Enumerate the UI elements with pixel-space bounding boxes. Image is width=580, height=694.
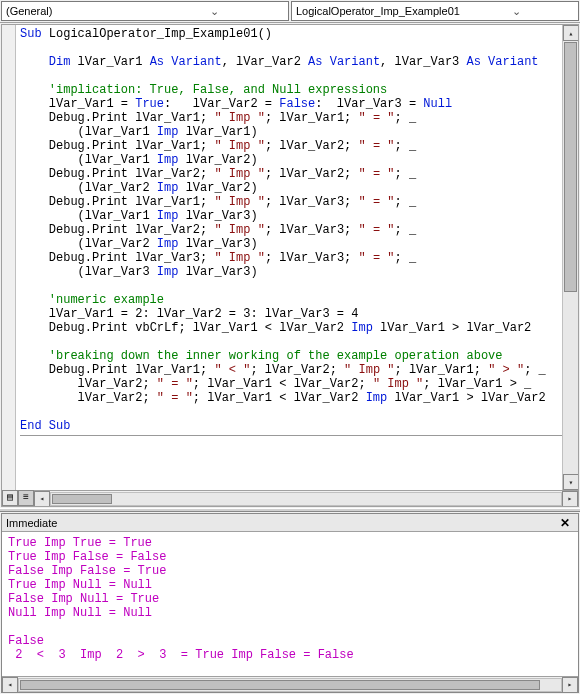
code-margin xyxy=(2,25,16,490)
hscroll-track[interactable] xyxy=(50,492,562,506)
immediate-header: Immediate ✕ xyxy=(2,514,578,532)
triangle-down-icon: ▾ xyxy=(569,478,574,487)
scroll-down-button[interactable]: ▾ xyxy=(563,474,578,490)
kw-end-sub: End Sub xyxy=(20,419,70,433)
hscroll-thumb[interactable] xyxy=(52,494,112,504)
scope-dropdown-bar: (General) ⌄ LogicalOperator_Imp_Example0… xyxy=(0,0,580,23)
immediate-output[interactable]: True Imp True = True True Imp False = Fa… xyxy=(2,532,578,676)
procedure-separator xyxy=(20,435,578,436)
scroll-left-button[interactable]: ◂ xyxy=(34,491,50,507)
scope-dropdown-right[interactable]: LogicalOperator_Imp_Example01 ⌄ xyxy=(291,1,579,21)
close-icon: ✕ xyxy=(560,516,576,530)
horizontal-scrollbar[interactable]: ◂ ▸ xyxy=(2,490,578,506)
panel-splitter[interactable] xyxy=(0,508,580,512)
chevron-down-icon: ⌄ xyxy=(460,5,574,18)
vscroll-thumb[interactable] xyxy=(564,42,577,292)
triangle-left-icon: ◂ xyxy=(8,680,13,689)
close-immediate-button[interactable]: ✕ xyxy=(560,516,576,530)
immediate-title: Immediate xyxy=(6,517,560,529)
procedure-view-button[interactable]: ≡ xyxy=(18,490,34,506)
chevron-down-icon: ⌄ xyxy=(145,5,284,18)
scroll-right-button[interactable]: ▸ xyxy=(562,677,578,693)
code-content[interactable]: Sub LogicalOperator_Imp_Example01() Dim … xyxy=(2,25,578,438)
hscroll-thumb[interactable] xyxy=(20,680,540,690)
scope-dropdown-left[interactable]: (General) ⌄ xyxy=(1,1,289,21)
triangle-right-icon: ▸ xyxy=(568,680,573,689)
code-editor: ▴ ▾ Sub LogicalOperator_Imp_Example01() … xyxy=(1,24,579,507)
immediate-hscrollbar[interactable]: ◂ ▸ xyxy=(2,676,578,692)
scope-dropdown-right-value: LogicalOperator_Imp_Example01 xyxy=(296,5,460,17)
procedure-view-icon: ≡ xyxy=(23,493,29,503)
immediate-window: Immediate ✕ True Imp True = True True Im… xyxy=(1,513,579,693)
full-module-icon: ▤ xyxy=(7,493,13,503)
scroll-right-button[interactable]: ▸ xyxy=(562,491,578,507)
kw-sub: Sub xyxy=(20,27,42,41)
triangle-left-icon: ◂ xyxy=(40,494,45,503)
view-mode-buttons: ▤ ≡ xyxy=(2,490,34,506)
vscroll-track[interactable] xyxy=(563,41,578,474)
vertical-scrollbar[interactable]: ▴ ▾ xyxy=(562,25,578,490)
triangle-right-icon: ▸ xyxy=(568,494,573,503)
full-module-view-button[interactable]: ▤ xyxy=(2,490,18,506)
scope-dropdown-left-value: (General) xyxy=(6,5,145,17)
hscroll-track[interactable] xyxy=(18,678,562,692)
scroll-left-button[interactable]: ◂ xyxy=(2,677,18,693)
code-editor-viewport[interactable]: ▴ ▾ Sub LogicalOperator_Imp_Example01() … xyxy=(2,25,578,490)
triangle-up-icon: ▴ xyxy=(569,29,574,38)
scroll-up-button[interactable]: ▴ xyxy=(563,25,578,41)
